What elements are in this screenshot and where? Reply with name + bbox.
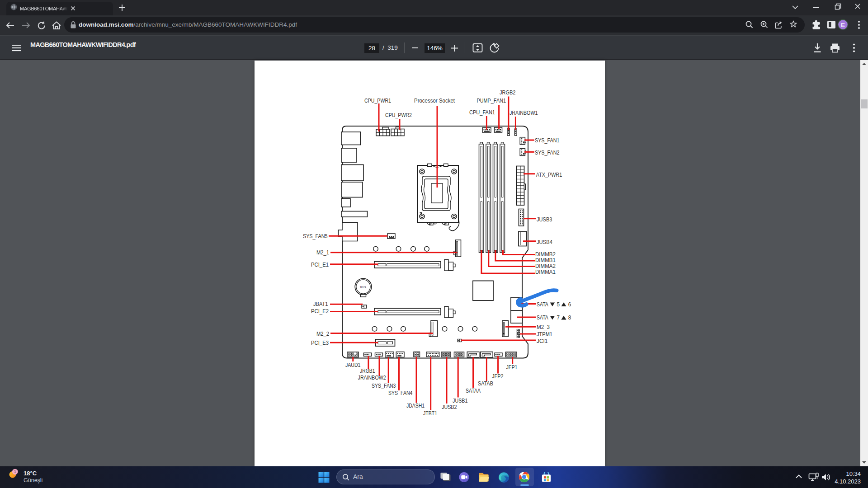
svg-text:JRGB2: JRGB2 [500, 89, 516, 96]
svg-text:SATA: SATA [537, 314, 548, 321]
svg-text:6: 6 [568, 301, 571, 308]
svg-text:JUSB4: JUSB4 [537, 239, 552, 245]
svg-text:Processor Socket: Processor Socket [414, 97, 455, 104]
svg-text:JTPM1: JTPM1 [537, 331, 552, 338]
svg-text:SYS_FAN3: SYS_FAN3 [372, 382, 396, 389]
svg-text:JAUD1: JAUD1 [345, 361, 361, 368]
svg-text:CPU_FAN1: CPU_FAN1 [469, 109, 495, 116]
svg-text:JBAT1: JBAT1 [313, 300, 328, 307]
svg-text:PCI_E3: PCI_E3 [311, 339, 329, 346]
svg-text:SYS_FAN4: SYS_FAN4 [388, 389, 413, 396]
svg-text:JUSB3: JUSB3 [537, 216, 552, 223]
svg-text:SATAB: SATAB [478, 380, 493, 387]
svg-text:SATA: SATA [537, 301, 548, 308]
svg-text:PUMP_FAN1: PUMP_FAN1 [477, 97, 506, 104]
svg-text:JRGB1: JRGB1 [360, 367, 375, 374]
svg-text:CPU_PWR1: CPU_PWR1 [364, 97, 391, 104]
svg-text:JFP1: JFP1 [506, 364, 518, 371]
svg-text:ATX_PWR1: ATX_PWR1 [536, 171, 562, 178]
svg-text:SYS_FAN2: SYS_FAN2 [535, 149, 560, 156]
svg-text:JCI1: JCI1 [537, 338, 548, 344]
svg-text:SYS_FAN5: SYS_FAN5 [303, 233, 328, 239]
svg-text:8: 8 [568, 314, 571, 321]
svg-text:JUSB2: JUSB2 [442, 404, 457, 410]
svg-text:PCI_E2: PCI_E2 [311, 308, 329, 314]
svg-text:5: 5 [557, 301, 560, 308]
svg-text:CPU_PWR2: CPU_PWR2 [385, 112, 412, 118]
svg-text:BAT1: BAT1 [360, 286, 366, 288]
svg-text:M2_3: M2_3 [537, 324, 550, 330]
svg-text:DIMMA1: DIMMA1 [535, 268, 556, 275]
svg-text:JRAINBOW2: JRAINBOW2 [358, 374, 386, 381]
svg-text:JFP2: JFP2 [492, 373, 504, 380]
svg-text:JDASH1: JDASH1 [406, 402, 425, 409]
svg-text:7: 7 [557, 314, 560, 321]
svg-text:M2_2: M2_2 [316, 330, 329, 337]
svg-text:1: 1 [14, 469, 16, 474]
svg-text:E: E [841, 22, 845, 28]
svg-text:PCI_E1: PCI_E1 [311, 261, 329, 268]
svg-text:JRAINBOW1: JRAINBOW1 [509, 109, 538, 116]
svg-text:SATAA: SATAA [466, 387, 481, 394]
svg-text:M2_1: M2_1 [316, 249, 329, 256]
svg-text:JUSB1: JUSB1 [453, 397, 468, 404]
svg-text:JTBT1: JTBT1 [423, 410, 437, 417]
svg-text:SYS_FAN1: SYS_FAN1 [535, 137, 560, 144]
